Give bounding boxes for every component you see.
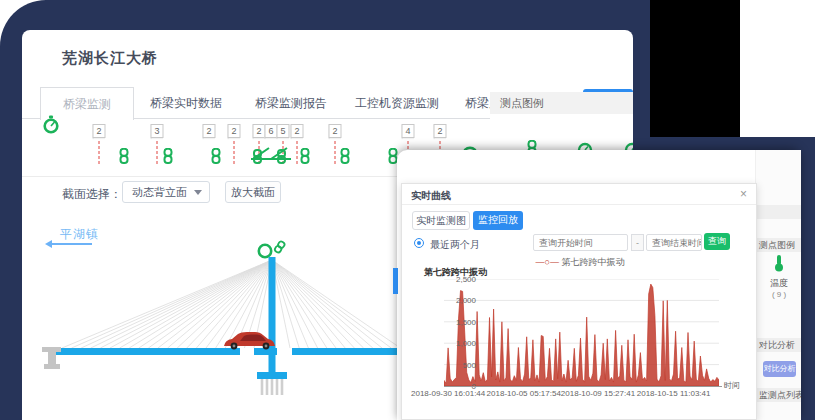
sensor-count-badge: 2 (227, 124, 240, 138)
query-end-time-input[interactable] (646, 234, 702, 251)
dashed-marker (234, 141, 235, 164)
chain-link-icon[interactable] (118, 148, 130, 168)
legend-panel-title: 测点图例 (490, 92, 633, 114)
thermometer-icon (773, 254, 785, 272)
measure-point-list-header: 监测点列表 (756, 388, 801, 402)
tab-ipc-resource[interactable]: 工控机资源监测 (355, 87, 439, 119)
section-select-label: 截面选择： (62, 186, 122, 203)
sensor-count-badge: 2 (92, 124, 105, 138)
chevron-down-icon (194, 190, 202, 195)
dashed-marker (157, 141, 158, 164)
chain-link-icon (274, 241, 286, 254)
chain-link-icon[interactable] (339, 148, 351, 168)
white-corner-region (740, 0, 815, 137)
dashed-marker (297, 141, 298, 164)
x-tick-label: 2018-09-30 16:01:44 (411, 389, 485, 398)
y-tick-label: 1,500 (446, 317, 476, 326)
temperature-label: 温度 (756, 277, 801, 290)
sensor-count-badge: 2 (290, 124, 303, 138)
tab-monitor-playback[interactable]: 监控回放 (473, 211, 523, 230)
realtime-curve-modal: 实时曲线 × 实时监测图 监控回放 最近两个月 - 查询 —○— 第七跨跨中振动… (401, 183, 757, 420)
black-corner-region (650, 0, 740, 137)
sensor-count-badge: 2 (202, 124, 215, 138)
bridge-cables (62, 260, 400, 348)
bridge-cross-section (28, 238, 408, 408)
gauge-icon (259, 245, 271, 257)
radio-label: 最近两个月 (430, 238, 480, 252)
bridge-deck (56, 348, 401, 355)
dashed-marker (99, 141, 100, 164)
sensor-count-badge: 2 (328, 124, 341, 138)
y-tick-label: 2,500 (446, 275, 476, 284)
legend-series-label: 第七跨跨中振动 (561, 257, 624, 267)
x-tick-label: 2018-10-05 05:17:54 (487, 389, 561, 398)
sensor-count-badge: 5 (276, 124, 289, 138)
query-button[interactable]: 查询 (704, 233, 730, 250)
bridge-icon[interactable] (251, 146, 291, 169)
temperature-count: ( 9 ) (756, 290, 801, 299)
x-axis-line (444, 386, 722, 387)
modal-header: 实时曲线 × (402, 184, 756, 205)
gauge-icon (43, 115, 60, 139)
compare-analysis-header: 对比分析 (756, 338, 801, 352)
y-tick-label: 500 (446, 360, 476, 369)
tab-monitor-report[interactable]: 桥梁监测报告 (255, 87, 327, 119)
tower-piles (262, 379, 282, 395)
side-legend-header: 测点图例 (756, 238, 801, 252)
x-axis-title: 时间 (724, 380, 740, 391)
tab-realtime-chart[interactable]: 实时监测图 (412, 211, 470, 230)
modal-title: 实时曲线 (411, 189, 451, 203)
screenshot-stage: 芜湖长江大桥 桥梁监测 桥梁实时数据 桥梁监测报告 工控机资源监测 桥梁系统报警… (0, 0, 815, 420)
radio-selected-icon (414, 238, 424, 248)
section-select-value: 动态背立面 (132, 186, 187, 198)
bridge-tower (269, 257, 276, 373)
temperature-sensor-item[interactable]: 温度 ( 9 ) (756, 254, 801, 299)
y-tick-label: 1,000 (446, 339, 476, 348)
bridge-abutment (42, 347, 61, 369)
y-tick-label: 2,000 (446, 296, 476, 305)
side-panel-band (756, 205, 801, 219)
legend-marker-icon: —○— (536, 257, 559, 267)
chain-link-icon[interactable] (162, 148, 174, 168)
sensor-count-badge: 2 (433, 124, 446, 138)
vibration-chart (444, 279, 719, 386)
section-select-dropdown[interactable]: 动态背立面 (122, 181, 210, 203)
enlarge-section-button[interactable]: 放大截面 (225, 181, 281, 203)
sensor-count-badge: 3 (150, 124, 163, 138)
chart-plot-area (444, 279, 719, 386)
popup-window: 测点图例 温度 ( 9 ) 对比分析 对比分析 监测点列表 实时曲线 × 实时监… (397, 150, 801, 420)
dashed-marker (335, 141, 336, 164)
close-icon[interactable]: × (740, 187, 747, 201)
chain-link-icon[interactable] (299, 148, 311, 168)
x-tick-label: 2018-10-15 11:03:41 (637, 389, 711, 398)
query-start-time-input[interactable] (533, 234, 628, 251)
tab-realtime-data[interactable]: 桥梁实时数据 (150, 87, 222, 119)
popup-side-panel: 测点图例 温度 ( 9 ) 对比分析 对比分析 监测点列表 (755, 150, 801, 420)
bridge-drawing (28, 238, 408, 408)
compare-analysis-button[interactable]: 对比分析 (763, 361, 796, 377)
date-range-separator: - (631, 234, 644, 251)
tower-footing (257, 372, 287, 379)
page-title: 芜湖长江大桥 (62, 49, 158, 68)
car (224, 332, 275, 349)
sensor-count-badge: 4 (401, 124, 414, 138)
popup-edge-marker (393, 268, 398, 294)
x-tick-label: 2018-10-09 15:27:41 (561, 389, 635, 398)
chain-link-icon[interactable] (210, 148, 222, 168)
